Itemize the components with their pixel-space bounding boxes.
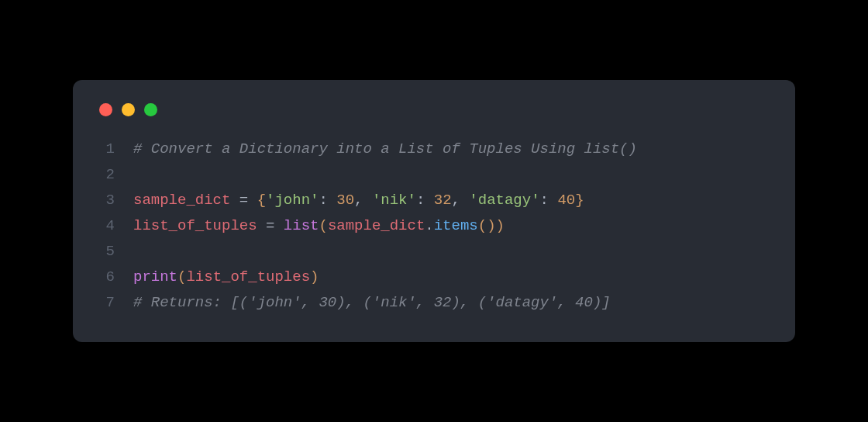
- token-identifier: list_of_tuples: [133, 217, 257, 234]
- token-punct: ,: [452, 192, 470, 209]
- code-line: 7# Returns: [('john', 30), ('nik', 32), …: [96, 290, 772, 316]
- token-brace: ): [487, 217, 495, 234]
- token-builtin: print: [133, 268, 177, 285]
- token-punct: :: [540, 192, 558, 209]
- token-number: 40: [557, 192, 575, 209]
- code-line: 1# Convert a Dictionary into a List of T…: [96, 137, 772, 162]
- line-content: print(list_of_tuples): [133, 265, 772, 290]
- token-brace: {: [257, 192, 266, 209]
- code-line: 4list_of_tuples = list(sample_dict.items…: [96, 213, 772, 239]
- line-content: [133, 239, 772, 265]
- token-brace: (: [177, 268, 186, 285]
- line-content: # Returns: [('john', 30), ('nik', 32), (…: [133, 290, 772, 316]
- close-icon[interactable]: [99, 103, 112, 116]
- token-method: items: [434, 217, 478, 234]
- token-punct: :: [319, 192, 336, 209]
- token-string: 'datagy': [469, 192, 539, 209]
- token-punct: :: [416, 192, 434, 209]
- token-number: 32: [434, 192, 452, 209]
- token-brace: (: [478, 217, 487, 234]
- token-comment: # Returns: [('john', 30), ('nik', 32), (…: [133, 294, 611, 311]
- token-string: 'nik': [372, 192, 416, 209]
- token-punct: ,: [354, 192, 372, 209]
- code-line: 5: [96, 239, 772, 265]
- token-operator: =: [239, 192, 248, 209]
- maximize-icon[interactable]: [144, 103, 157, 116]
- token-brace: }: [575, 192, 584, 209]
- line-content: list_of_tuples = list(sample_dict.items(…: [133, 213, 772, 239]
- line-number: 2: [96, 162, 115, 188]
- token-brace: (: [319, 217, 327, 234]
- token-comment: # Convert a Dictionary into a List of Tu…: [133, 140, 637, 157]
- code-area: 1# Convert a Dictionary into a List of T…: [96, 137, 772, 316]
- token-brace: ): [496, 217, 505, 234]
- line-number: 5: [96, 239, 115, 265]
- line-content: # Convert a Dictionary into a List of Tu…: [133, 137, 772, 162]
- code-line: 3sample_dict = {'john': 30, 'nik': 32, '…: [96, 188, 772, 213]
- line-number: 1: [96, 137, 115, 162]
- code-line: 2: [96, 162, 772, 188]
- token-default: [248, 192, 257, 209]
- line-number: 6: [96, 265, 115, 290]
- line-content: [133, 162, 772, 188]
- token-punct: .: [425, 217, 433, 234]
- token-default: [230, 192, 239, 209]
- code-line: 6print(list_of_tuples): [96, 265, 772, 290]
- line-number: 7: [96, 290, 115, 316]
- token-number: 30: [336, 192, 354, 209]
- token-default: [274, 217, 283, 234]
- minimize-icon[interactable]: [122, 103, 135, 116]
- token-default: [257, 217, 266, 234]
- token-builtin: list: [284, 217, 319, 234]
- line-content: sample_dict = {'john': 30, 'nik': 32, 'd…: [133, 188, 772, 213]
- window-controls: [96, 103, 772, 116]
- line-number: 3: [96, 188, 115, 213]
- code-window: 1# Convert a Dictionary into a List of T…: [73, 80, 795, 342]
- line-number: 4: [96, 213, 115, 239]
- token-operator: =: [266, 217, 274, 234]
- token-identifier: sample_dict: [133, 192, 230, 209]
- token-identifier: list_of_tuples: [186, 268, 310, 285]
- token-string: 'john': [266, 192, 319, 209]
- token-brace: ): [310, 268, 319, 285]
- token-identifier: sample_dict: [328, 217, 425, 234]
